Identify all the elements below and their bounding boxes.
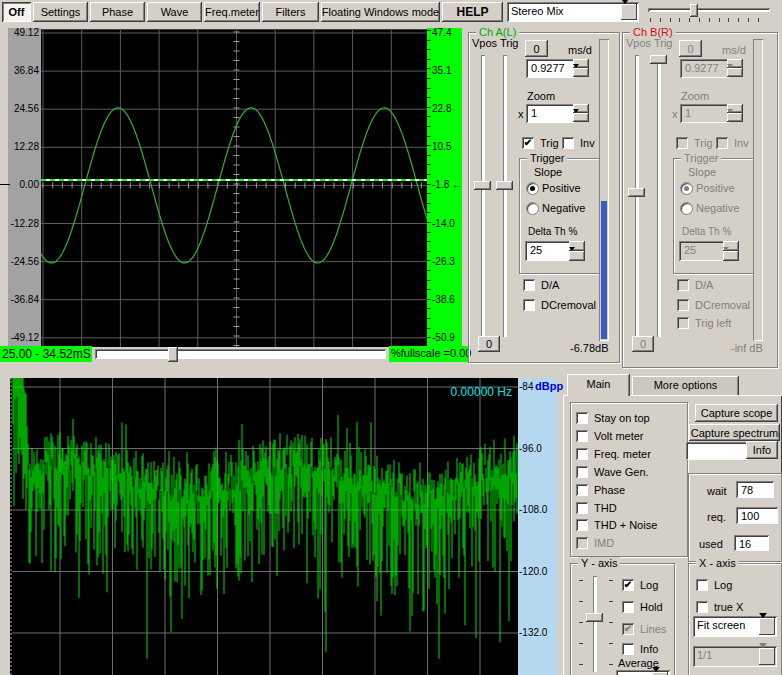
down-arrow-icon bbox=[727, 64, 733, 83]
scope-left-axis-label: -24.56 bbox=[9, 256, 39, 267]
capture-scope-button[interactable]: Capture scope bbox=[695, 404, 778, 422]
right-axis-ticks bbox=[427, 30, 431, 342]
volume-slider[interactable] bbox=[648, 2, 770, 22]
main-check-thd-noise[interactable]: THD + Noise bbox=[576, 518, 657, 532]
help-button[interactable]: HELP bbox=[442, 2, 503, 22]
scope-right-axis-label: 10.5 bbox=[432, 141, 462, 152]
off-button[interactable]: Off bbox=[2, 2, 31, 22]
scope-scrollbar-thumb[interactable] bbox=[168, 347, 178, 362]
chb-level-db: -inf dB bbox=[731, 342, 763, 354]
x-truex-checkbox[interactable]: true X bbox=[696, 600, 743, 614]
y-axis-slider[interactable] bbox=[586, 576, 604, 672]
device-dropdown-button[interactable] bbox=[621, 4, 637, 20]
filters-button[interactable]: Filters bbox=[262, 2, 319, 22]
main-check-stay-on-top[interactable]: Stay on top bbox=[576, 411, 650, 425]
input-device-select[interactable]: Stereo Mix bbox=[507, 2, 639, 22]
cha-zero-bottom-button[interactable]: 0 bbox=[478, 336, 500, 352]
used-label: used bbox=[699, 538, 723, 550]
cha-zoom-field[interactable]: 1 bbox=[526, 104, 575, 123]
chevron-down-icon bbox=[621, 0, 629, 20]
main-check-phase[interactable]: Phase bbox=[576, 483, 625, 497]
cha-ms-per-div-spinner[interactable] bbox=[573, 59, 589, 77]
y-axis-check-info[interactable]: Info bbox=[622, 642, 658, 656]
scope-scrollbar[interactable] bbox=[95, 347, 386, 363]
y-slider-tick bbox=[609, 601, 613, 602]
trigger-level-line[interactable] bbox=[41, 179, 427, 181]
y-axis-check-hold[interactable]: Hold bbox=[622, 600, 663, 614]
x-scale-select[interactable]: Fit screen bbox=[693, 616, 777, 637]
channel-b-panel: Ch B(R) Vpos Trig 0 ms/d 0.9277 Zoom x 1… bbox=[622, 32, 778, 368]
chb-vpos-thumb[interactable] bbox=[628, 188, 645, 197]
spectrum-axis-label: -84 bbox=[519, 381, 533, 392]
scope-left-axis-label: 12.28 bbox=[9, 141, 39, 152]
chb-vpos-slider[interactable] bbox=[628, 55, 646, 337]
cha-vpos-zero-button[interactable]: 0 bbox=[525, 40, 548, 57]
floating-windows-button[interactable]: Floating Windows mode bbox=[321, 2, 440, 22]
info-button[interactable]: Info bbox=[746, 441, 778, 459]
cha-vpos-slider[interactable] bbox=[474, 55, 492, 337]
scope-plot[interactable] bbox=[41, 29, 427, 347]
scope-right-axis-label: 22.8 bbox=[432, 103, 462, 114]
down-arrow-icon bbox=[723, 247, 729, 266]
y-axis-check-log[interactable]: ✔Log bbox=[622, 578, 658, 592]
slope-label: Slope bbox=[688, 166, 716, 178]
main-check-freq-meter[interactable]: Freq. meter bbox=[576, 447, 651, 461]
chb-trig-thumb[interactable] bbox=[650, 55, 667, 64]
settings-button[interactable]: Settings bbox=[33, 2, 88, 22]
main-check-volt-meter[interactable]: Volt meter bbox=[576, 429, 644, 443]
cha-trig-checkbox[interactable]: ✔Trig bbox=[522, 136, 559, 150]
wait-field[interactable]: 78 bbox=[736, 481, 774, 498]
cha-vpos-thumb[interactable] bbox=[474, 181, 491, 190]
req-field[interactable]: 100 bbox=[736, 507, 778, 524]
spectrum-axis-label: -132.0 bbox=[519, 627, 547, 638]
x-axis-group: X - axis Log true X Fit screen 1/1 bbox=[688, 563, 782, 675]
spectrum-axis-label: -108.0 bbox=[519, 504, 547, 515]
zoom-x-label: x bbox=[672, 108, 678, 120]
x-log-checkbox[interactable]: Log bbox=[696, 578, 732, 592]
cha-trig-slider[interactable] bbox=[496, 55, 514, 337]
chb-zero-bottom-button[interactable]: 0 bbox=[632, 336, 654, 352]
capture-spectrum-button[interactable]: Capture spectrum bbox=[689, 424, 780, 441]
cha-slope-negative-radio[interactable] bbox=[526, 202, 539, 215]
y-axis-slider-thumb[interactable] bbox=[586, 613, 603, 622]
positive-label: Positive bbox=[542, 182, 581, 194]
info-field[interactable] bbox=[686, 442, 748, 460]
spectrum-plot[interactable]: 0.00000 Hz bbox=[10, 378, 520, 675]
req-label: req. bbox=[707, 511, 726, 523]
main-check-thd[interactable]: THD bbox=[576, 501, 617, 515]
cha-dcremoval-checkbox[interactable]: DCremoval bbox=[523, 298, 596, 312]
scope-right-axis-label: 47.4 bbox=[432, 27, 462, 38]
chb-level-meter bbox=[753, 39, 763, 341]
spin-down-button[interactable] bbox=[573, 113, 589, 122]
average-select[interactable] bbox=[616, 670, 670, 675]
spin-down-button[interactable] bbox=[569, 251, 585, 261]
cha-ms-per-div-field[interactable]: 0.9277 bbox=[526, 59, 575, 78]
main-check-wave-gen-[interactable]: Wave Gen. bbox=[576, 465, 649, 479]
freq-meter-button[interactable]: Freq.meter bbox=[204, 2, 260, 22]
cha-da-checkbox[interactable]: D/A bbox=[523, 278, 559, 292]
cha-zoom-spinner[interactable] bbox=[573, 104, 589, 122]
cha-delta-th-field[interactable]: 25 bbox=[525, 241, 570, 261]
chevron-down-icon bbox=[759, 643, 767, 664]
scope-right-axis-label: -50.9 bbox=[432, 332, 462, 343]
zoom-x-label: x bbox=[518, 108, 524, 120]
chb-vpos-zero-button[interactable]: 0 bbox=[679, 40, 702, 57]
zoom-label: Zoom bbox=[681, 90, 709, 102]
cha-slope-positive-radio[interactable] bbox=[526, 182, 539, 195]
used-field[interactable]: 16 bbox=[734, 535, 769, 551]
cha-inv-checkbox[interactable]: Inv bbox=[562, 136, 595, 150]
phase-button[interactable]: Phase bbox=[90, 2, 145, 22]
tab-main[interactable]: Main bbox=[567, 374, 630, 396]
tab-more-options[interactable]: More options bbox=[632, 376, 739, 395]
wave-button[interactable]: Wave bbox=[147, 2, 202, 22]
down-arrow-icon bbox=[573, 64, 579, 83]
cha-delta-spinner[interactable] bbox=[569, 241, 585, 261]
chb-trigger-group: Trigger Slope Positive Negative Delta Th… bbox=[673, 158, 755, 274]
chb-zoom-field: 1 bbox=[680, 104, 729, 123]
cha-level-meter bbox=[599, 39, 609, 341]
cha-trig-thumb[interactable] bbox=[496, 181, 513, 190]
volume-slider-thumb[interactable] bbox=[690, 4, 698, 17]
spin-down-button[interactable] bbox=[573, 68, 589, 77]
chb-trig-slider[interactable] bbox=[650, 55, 668, 337]
spectrum-right-axis: dBpp -84-96.0-108.0-120.0-132.0 bbox=[518, 378, 557, 675]
